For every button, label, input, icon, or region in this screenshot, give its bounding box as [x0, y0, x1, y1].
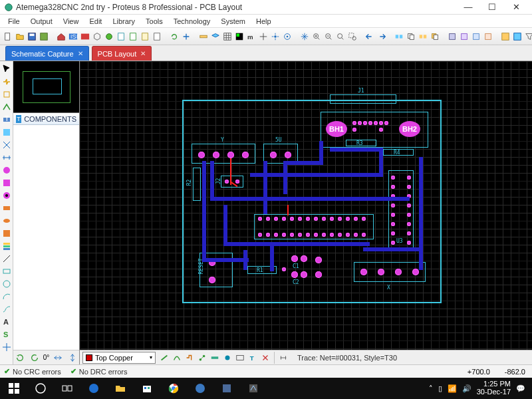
bom-icon[interactable] [128, 30, 138, 43]
doc-icon[interactable] [152, 30, 162, 43]
menu-output[interactable]: Output [25, 16, 58, 27]
zoom-out-icon[interactable] [323, 30, 334, 43]
rotate-cw-icon[interactable] [28, 351, 41, 364]
undo-icon[interactable] [364, 30, 375, 43]
copy-icon[interactable] [406, 30, 416, 43]
import-icon[interactable] [39, 30, 49, 43]
open-icon[interactable] [15, 30, 25, 43]
chrome-icon[interactable] [162, 378, 185, 398]
drc-status[interactable]: ✔No DRC errors [70, 367, 128, 376]
route-curve-icon[interactable] [171, 352, 183, 364]
tab-close-icon[interactable]: ✕ [78, 50, 83, 57]
circle-icon[interactable] [1, 279, 12, 289]
component-icon[interactable] [1, 76, 12, 87]
notifications-icon[interactable]: 💬 [516, 384, 525, 393]
pad-square-icon[interactable] [1, 178, 12, 188]
group2-icon[interactable] [459, 30, 469, 43]
marker-icon[interactable] [1, 342, 12, 352]
trace-width-icon[interactable] [209, 352, 221, 364]
crc-status[interactable]: ✔No CRC errors [4, 367, 61, 376]
ares-icon[interactable] [80, 30, 90, 43]
tab-pcb-layout[interactable]: PCB Layout ✕ [92, 46, 152, 61]
metric-icon[interactable]: m [246, 30, 257, 43]
refresh-icon[interactable] [169, 30, 180, 43]
rotate-ccw-icon[interactable] [13, 351, 26, 364]
path-icon[interactable] [1, 304, 12, 315]
tab-schematic[interactable]: Schematic Capture ✕ [5, 46, 89, 61]
tab-close-icon[interactable]: ✕ [140, 50, 146, 57]
arc-icon[interactable] [1, 291, 12, 302]
start-button[interactable] [3, 378, 25, 398]
smd-icon[interactable] [1, 203, 12, 213]
wifi-icon[interactable]: 📶 [448, 384, 457, 393]
edge-icon[interactable] [82, 378, 105, 398]
menu-system[interactable]: System [215, 16, 251, 27]
save-icon[interactable] [27, 30, 37, 43]
ratsnest-icon[interactable] [1, 140, 12, 150]
route-track-icon[interactable] [158, 352, 170, 364]
trace-select-icon[interactable]: T [247, 352, 259, 364]
polygon-icon[interactable] [1, 228, 12, 239]
menu-edit[interactable]: Edit [84, 16, 107, 27]
menu-help[interactable]: Help [251, 16, 277, 27]
menu-library[interactable]: Library [107, 16, 140, 27]
gerber-icon[interactable] [104, 30, 114, 43]
components-header[interactable]: T COMPONENTS [13, 113, 79, 125]
pcb-canvas[interactable]: J1 BH1 BH2 R3 R4 Y [80, 61, 532, 364]
drill-icon[interactable] [116, 30, 126, 43]
home-icon[interactable] [56, 30, 66, 43]
paste-icon[interactable] [430, 30, 440, 43]
flip-h-icon[interactable] [51, 351, 64, 364]
dimension-icon[interactable] [1, 152, 12, 163]
delete-trace-icon[interactable] [259, 352, 271, 364]
zoom-in-icon[interactable] [311, 30, 322, 43]
rect-icon[interactable] [1, 266, 12, 277]
taskbar-clock[interactable]: 1:25 PM 30-Dec-17 [477, 380, 511, 396]
text-icon[interactable]: A [1, 317, 12, 327]
tray-chevron-icon[interactable]: ˄ [429, 384, 433, 393]
cut-icon[interactable] [418, 30, 428, 43]
qbit-icon[interactable] [189, 378, 211, 398]
measure-icon[interactable] [277, 352, 289, 364]
route-diag-icon[interactable] [196, 352, 208, 364]
pad-thru-icon[interactable] [1, 190, 12, 201]
package-icon[interactable] [1, 89, 12, 100]
minimize-button[interactable]: — [456, 0, 480, 15]
menu-file[interactable]: File [3, 16, 25, 27]
app1-icon[interactable] [215, 378, 238, 398]
via-icon[interactable]: T [1, 114, 12, 125]
toggle-layer-icon[interactable] [234, 30, 245, 43]
redo-icon[interactable] [376, 30, 387, 43]
symbol-icon[interactable]: S [1, 329, 12, 340]
explorer-icon[interactable] [109, 378, 132, 398]
isis-icon[interactable]: ISIS [68, 30, 78, 43]
grid-toggle-icon[interactable] [222, 30, 233, 43]
zoom-area-icon[interactable] [347, 30, 358, 43]
layer-selector[interactable]: Top Copper ▾ [82, 352, 156, 364]
filter-icon[interactable] [524, 30, 532, 43]
neckdown-icon[interactable] [234, 352, 246, 364]
pad-round-icon[interactable] [1, 165, 12, 176]
layers-icon[interactable] [210, 30, 221, 43]
zone-icon[interactable] [1, 127, 12, 138]
selectmode-icon[interactable] [500, 30, 511, 43]
system-tray[interactable]: ˄ ▯ 📶 🔊 1:25 PM 30-Dec-17 💬 [429, 380, 529, 396]
line-icon[interactable] [1, 253, 12, 264]
new-icon[interactable] [3, 30, 13, 43]
maximize-button[interactable]: ☐ [480, 0, 504, 15]
proteus-task-icon[interactable] [242, 378, 265, 398]
store-icon[interactable] [136, 378, 158, 398]
center-icon[interactable] [282, 30, 293, 43]
close-button[interactable]: ✕ [504, 0, 528, 15]
zoom-fit-icon[interactable] [335, 30, 346, 43]
components-list[interactable] [13, 125, 79, 350]
taskview-icon[interactable] [56, 378, 78, 398]
menu-view[interactable]: View [58, 16, 84, 27]
group3-icon[interactable] [471, 30, 481, 43]
stack-icon[interactable] [1, 241, 12, 251]
smd-round-icon[interactable] [1, 215, 12, 226]
selection-icon[interactable] [1, 64, 12, 74]
menu-technology[interactable]: Technology [168, 16, 216, 27]
3d-icon[interactable] [92, 30, 102, 43]
block-icon[interactable] [394, 30, 404, 43]
